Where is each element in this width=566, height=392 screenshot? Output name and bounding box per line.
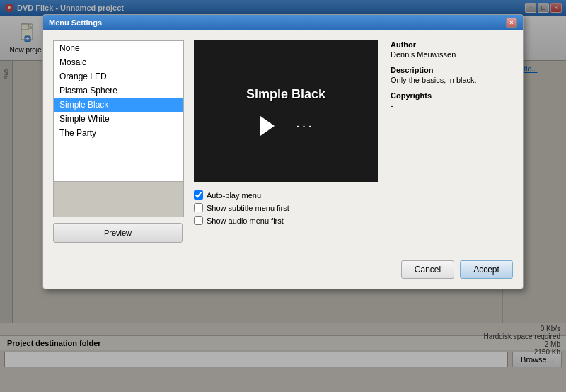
video-preview: Simple Black ··· bbox=[194, 40, 378, 182]
more-icon: ··· bbox=[296, 117, 314, 134]
show-audio-checkbox-label[interactable]: Show audio menu first bbox=[194, 216, 378, 225]
play-icon bbox=[260, 116, 275, 136]
modal-buttons: Cancel Accept bbox=[53, 253, 513, 279]
modal-body: None Mosaic Orange LED Plasma Sphere Sim… bbox=[53, 40, 513, 243]
show-audio-label: Show audio menu first bbox=[207, 217, 284, 225]
description-value: Only the basics, in black. bbox=[391, 76, 513, 84]
menu-list-panel: None Mosaic Orange LED Plasma Sphere Sim… bbox=[53, 40, 184, 243]
author-value: Dennis Meuwissen bbox=[391, 50, 513, 59]
menu-item-simple-black[interactable]: Simple Black bbox=[54, 98, 183, 112]
auto-play-checkbox-label[interactable]: Auto-play menu bbox=[194, 190, 378, 200]
accept-button[interactable]: Accept bbox=[460, 260, 513, 279]
modal-overlay: Menu Settings × None Mosaic Orange LED P… bbox=[0, 0, 566, 392]
show-audio-checkbox[interactable] bbox=[194, 216, 203, 225]
modal-title: Menu Settings bbox=[49, 18, 102, 27]
menu-item-list[interactable]: None Mosaic Orange LED Plasma Sphere Sim… bbox=[53, 40, 184, 182]
info-panel: Author Dennis Meuwissen Description Only… bbox=[388, 40, 513, 243]
menu-item-simple-white[interactable]: Simple White bbox=[54, 112, 183, 126]
menu-item-none[interactable]: None bbox=[54, 41, 183, 55]
description-label: Description bbox=[391, 66, 513, 74]
list-grey-area bbox=[53, 182, 184, 217]
copyrights-label: Copyrights bbox=[391, 91, 513, 100]
modal-title-bar: Menu Settings × bbox=[43, 15, 523, 30]
menu-item-orange-led[interactable]: Orange LED bbox=[54, 69, 183, 83]
video-preview-title: Simple Black bbox=[246, 87, 325, 102]
auto-play-checkbox[interactable] bbox=[194, 190, 203, 200]
auto-play-label: Auto-play menu bbox=[207, 191, 261, 200]
checkbox-area: Auto-play menu Show subtitle menu first … bbox=[194, 190, 378, 225]
cancel-button[interactable]: Cancel bbox=[401, 260, 454, 279]
show-subtitle-checkbox-label[interactable]: Show subtitle menu first bbox=[194, 203, 378, 212]
show-subtitle-label: Show subtitle menu first bbox=[207, 204, 289, 212]
copyrights-value: - bbox=[391, 101, 513, 110]
menu-item-plasma-sphere[interactable]: Plasma Sphere bbox=[54, 83, 183, 98]
video-preview-panel: Simple Black ··· Auto-play menu bbox=[194, 40, 378, 243]
video-controls: ··· bbox=[258, 116, 314, 136]
menu-item-mosaic[interactable]: Mosaic bbox=[54, 55, 183, 69]
modal-content: None Mosaic Orange LED Plasma Sphere Sim… bbox=[43, 30, 523, 289]
menu-item-the-party[interactable]: The Party bbox=[54, 126, 183, 140]
menu-settings-dialog: Menu Settings × None Mosaic Orange LED P… bbox=[42, 14, 524, 289]
preview-button[interactable]: Preview bbox=[53, 223, 183, 243]
author-label: Author bbox=[391, 40, 513, 49]
show-subtitle-checkbox[interactable] bbox=[194, 203, 203, 212]
modal-close-button[interactable]: × bbox=[506, 18, 517, 28]
